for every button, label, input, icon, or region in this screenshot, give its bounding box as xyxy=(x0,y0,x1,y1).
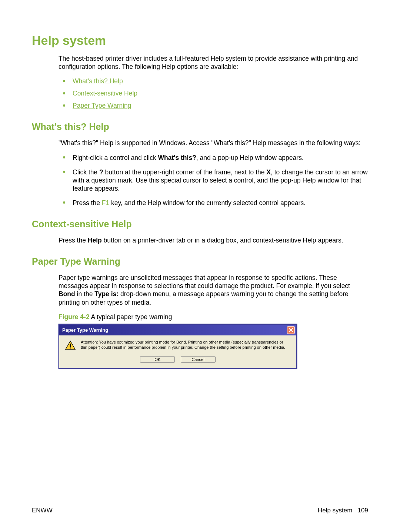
list-item: What's this? Help xyxy=(59,77,368,85)
text: Click the xyxy=(73,168,99,176)
text: , and a pop-up Help window appears. xyxy=(196,154,304,161)
bullet-icon xyxy=(63,80,65,82)
dialog-body: Attention: You have optimized your print… xyxy=(59,335,296,368)
bold-text: What's this? xyxy=(158,154,196,161)
text: button on a printer-driver tab or in a d… xyxy=(102,237,343,244)
footer-left: ENWW xyxy=(32,507,53,514)
dialog-button-row: OK Cancel xyxy=(65,356,290,363)
figure-caption: Figure 4-2 A typical paper type warning xyxy=(59,313,368,321)
bullet-icon xyxy=(63,104,65,107)
warning-icon xyxy=(65,341,76,350)
bullet-icon xyxy=(63,156,65,158)
section-heading-whats-this: What's this? Help xyxy=(32,121,368,132)
bullet-icon xyxy=(63,201,65,204)
dialog-message: Attention: You have optimized your print… xyxy=(81,340,290,350)
text: in the xyxy=(75,290,95,298)
list-item: Paper Type Warning xyxy=(59,102,368,110)
link-context-sensitive-help[interactable]: Context-sensitive Help xyxy=(73,90,137,97)
text: Paper type warnings are unsolicited mess… xyxy=(59,274,350,290)
paper-type-warning-dialog: Paper Type Warning Attention: You have o… xyxy=(59,324,297,369)
close-button[interactable] xyxy=(287,326,295,334)
svg-rect-4 xyxy=(70,348,71,349)
close-icon xyxy=(289,328,293,332)
list-item: Press the F1 key, and the Help window fo… xyxy=(59,199,368,207)
ok-button[interactable]: OK xyxy=(140,356,175,363)
footer-section-label: Help system xyxy=(318,507,353,514)
list-item: Context-sensitive Help xyxy=(59,90,368,97)
section-body: Paper type warnings are unsolicited mess… xyxy=(59,274,368,307)
bold-text: Help xyxy=(88,237,102,244)
figure-label: Figure 4-2 xyxy=(59,313,90,321)
f1-key-label: F1 xyxy=(102,199,109,207)
bold-text: ? xyxy=(99,168,103,176)
text: Press the xyxy=(73,199,102,207)
toc-link-list: What's this? Help Context-sensitive Help… xyxy=(59,77,368,110)
page-footer: ENWW Help system 109 xyxy=(32,507,368,514)
cancel-button[interactable]: Cancel xyxy=(181,356,216,363)
text: button at the upper-right corner of the … xyxy=(103,168,267,176)
dialog-title: Paper Type Warning xyxy=(62,327,108,333)
figure-caption-text: A typical paper type warning xyxy=(90,313,172,321)
page-number: 109 xyxy=(358,507,368,514)
page-title: Help system xyxy=(32,33,368,48)
bold-text: Type is: xyxy=(94,290,119,298)
dialog-titlebar: Paper Type Warning xyxy=(59,325,296,335)
bold-text: X xyxy=(266,168,271,176)
document-page: Help system The host-based printer drive… xyxy=(0,0,400,532)
text: Press the xyxy=(59,237,88,244)
section-body: Press the Help button on a printer-drive… xyxy=(59,236,368,244)
text: key, and the Help window for the current… xyxy=(109,199,306,207)
bold-text: Bond xyxy=(59,290,75,298)
intro-paragraph: The host-based printer driver includes a… xyxy=(59,54,368,71)
bullet-icon xyxy=(63,171,65,173)
link-paper-type-warning[interactable]: Paper Type Warning xyxy=(73,102,131,109)
section-intro: "What's this?" Help is supported in Wind… xyxy=(59,139,368,147)
whats-this-steps: Right-click a control and click What's t… xyxy=(59,154,368,207)
list-item: Right-click a control and click What's t… xyxy=(59,154,368,162)
bullet-icon xyxy=(63,92,65,94)
section-heading-paper-type-warning: Paper Type Warning xyxy=(32,256,368,267)
link-whats-this-help[interactable]: What's this? Help xyxy=(73,77,123,85)
footer-right: Help system 109 xyxy=(318,507,368,514)
text: Right-click a control and click xyxy=(73,154,158,161)
dialog-content-row: Attention: You have optimized your print… xyxy=(65,340,290,350)
list-item: Click the ? button at the upper-right co… xyxy=(59,168,368,193)
svg-rect-3 xyxy=(70,344,71,347)
section-heading-context-sensitive: Context-sensitive Help xyxy=(32,219,368,230)
